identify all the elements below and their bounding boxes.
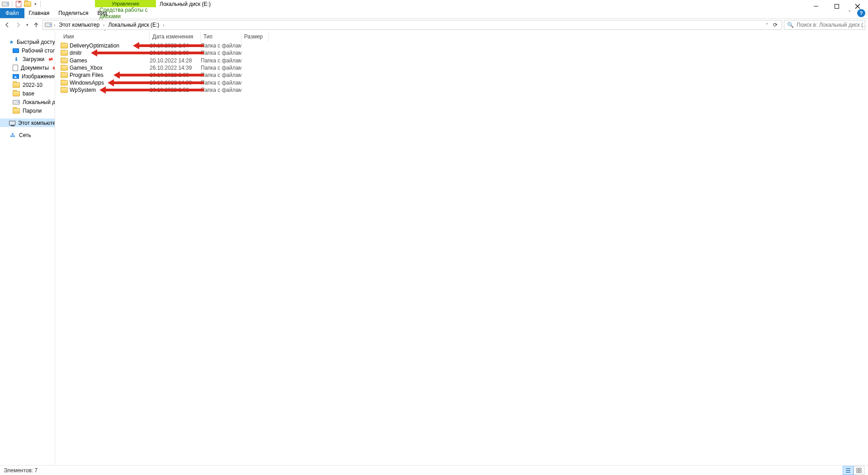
sidebar-item-folder[interactable]: 2022-10 [0,81,55,89]
file-name: WindowsApps [70,80,104,86]
address-bar[interactable]: › Этот компьютер › Локальный диск (E:) ›… [42,20,782,30]
file-type: Папка с файлами [201,80,241,86]
chevron-right-icon[interactable]: › [53,23,56,28]
help-button[interactable]: ? [857,9,865,17]
sidebar-network[interactable]: 🖧Сеть [0,131,55,139]
tab-home[interactable]: Главная [24,8,54,18]
search-box[interactable]: 🔍 [784,20,865,30]
column-header-date[interactable]: Дата изменения [150,31,201,42]
sidebar-documents[interactable]: Документы📌 [0,63,55,72]
file-date: 26.10.2022 14:39 [150,80,201,86]
table-row[interactable]: Games20.10.2022 14:28Папка с файлами [55,57,868,64]
network-icon: 🖧 [9,132,16,139]
table-row[interactable]: WpSystem26.10.2022 2:52Папка с файлами [55,86,868,94]
chevron-right-icon[interactable]: › [102,23,105,28]
sidebar-downloads[interactable]: ⬇Загрузки📌 [0,55,55,63]
table-row[interactable]: Program Files26.10.2022 2:33Папка с файл… [55,71,868,79]
qat-customize-dropdown[interactable]: ▾ [33,2,38,6]
ribbon-context-label: Управление [95,0,156,7]
file-name: dmitr [70,50,82,56]
folder-icon [13,107,20,114]
table-row[interactable]: dmitr26.10.2022 2:33Папка с файлами [55,49,868,57]
file-date: 26.10.2022 2:33 [150,72,201,78]
view-switch [843,466,864,475]
back-button[interactable] [3,20,12,29]
sidebar-item-drive[interactable]: Локальный диск (C [0,98,55,106]
folder-icon [61,43,68,48]
pictures-icon [13,73,19,80]
column-header-type[interactable]: Тип [201,31,241,42]
file-date: 26.10.2022 14:39 [150,65,201,71]
table-row[interactable]: Games_Xbox26.10.2022 14:39Папка с файлам… [55,64,868,71]
sidebar-item-label: Рабочий стол [22,48,55,54]
sidebar-item-label: Документы [21,65,49,71]
sidebar-item-label: Быстрый доступ [17,39,55,45]
sidebar-item-label: Пароли [23,108,42,114]
details-view-button[interactable] [843,466,854,475]
breadcrumb-current[interactable]: Локальный диск (E:) [106,20,161,29]
search-icon: 🔍 [787,22,794,28]
ribbon-tabs: Файл Главная Поделиться Вид Средства раб… [0,8,868,18]
svg-rect-2 [859,468,861,470]
sidebar-item-label: base [23,90,34,97]
folder-icon [13,90,20,97]
star-icon: ★ [9,38,14,46]
file-date: 26.10.2022 2:34 [150,43,201,49]
window-title: Локальный диск (E:) [160,0,211,7]
sidebar-desktop[interactable]: Рабочий стол📌 [0,46,55,55]
drive-icon [13,99,20,106]
tab-file[interactable]: Файл [0,8,24,18]
folder-icon [61,72,68,78]
table-row[interactable]: WindowsApps26.10.2022 14:39Папка с файла… [55,79,868,86]
refresh-button[interactable]: ⟳ [771,22,780,28]
address-history-dropdown[interactable]: ˅ [766,23,768,28]
file-list: Имя˄ Дата изменения Тип Размер DeliveryO… [55,31,868,465]
file-type: Папка с файлами [201,50,241,56]
sidebar-item-folder[interactable]: Пароли [0,106,55,115]
file-name: Program Files [70,72,104,78]
file-type: Папка с файлами [201,72,241,78]
desktop-icon [13,47,19,54]
new-folder-icon[interactable] [24,0,31,8]
properties-icon[interactable] [15,0,22,8]
download-icon: ⬇ [13,56,20,63]
folder-icon [61,58,68,63]
pc-icon [9,119,15,127]
sort-asc-icon: ˄ [104,29,106,34]
column-header-name[interactable]: Имя˄ [61,31,150,42]
sidebar-quick-access[interactable]: ★Быстрый доступ [0,38,55,46]
tab-share[interactable]: Поделиться [54,8,93,18]
file-name: DeliveryOptimization [70,43,119,49]
search-input[interactable] [797,22,864,28]
svg-rect-1 [857,468,859,470]
separator [40,1,41,7]
icons-view-button[interactable] [854,466,864,475]
breadcrumb-this-pc[interactable]: Этот компьютер [57,20,101,29]
forward-button[interactable] [14,20,23,29]
tab-drive-tools[interactable]: Средства работы с дисками [95,8,156,18]
column-headers: Имя˄ Дата изменения Тип Размер [55,31,868,42]
pin-icon: 📌 [47,56,54,63]
pin-icon: 📌 [51,64,55,71]
svg-rect-4 [859,471,861,473]
drive-icon [2,0,9,8]
ribbon-collapse-toggle[interactable]: ˅ [848,10,851,16]
navigation-pane: ★Быстрый доступ Рабочий стол📌 ⬇Загрузки📌… [0,31,55,465]
folder-icon [61,80,68,86]
sidebar-this-pc[interactable]: Этот компьютер [0,119,55,127]
folder-icon [61,50,68,56]
separator [12,1,12,7]
chevron-right-icon[interactable]: › [162,23,165,28]
sidebar-item-folder[interactable]: base [0,89,55,98]
file-type: Папка с файлами [201,65,241,71]
file-name: Games [70,57,87,64]
table-row[interactable]: DeliveryOptimization26.10.2022 2:34Папка… [55,42,868,49]
navigation-bar: ▾ › Этот компьютер › Локальный диск (E:)… [0,19,868,31]
recent-locations-dropdown[interactable]: ▾ [24,23,30,27]
column-header-size[interactable]: Размер [241,31,269,42]
up-button[interactable] [32,20,41,29]
sidebar-pictures[interactable]: Изображения📌 [0,72,55,81]
file-date: 26.10.2022 2:33 [150,50,201,56]
sidebar-item-label: Локальный диск (C [23,99,55,105]
explorer-body: ★Быстрый доступ Рабочий стол📌 ⬇Загрузки📌… [0,31,868,465]
